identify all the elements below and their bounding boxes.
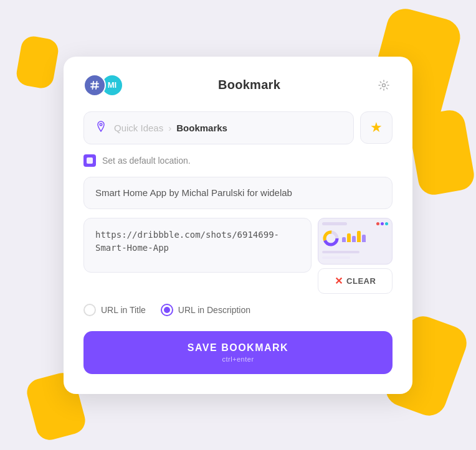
- preview-inner: [318, 218, 392, 264]
- avatars-group: MI: [83, 74, 123, 96]
- url-input[interactable]: https://dribbble.com/shots/6914699-Smart…: [95, 228, 300, 260]
- url-actions: ✕ CLEAR: [318, 218, 393, 294]
- title-input[interactable]: [95, 187, 381, 198]
- preview-chart-circle: [322, 230, 340, 247]
- clear-button[interactable]: ✕ CLEAR: [318, 268, 393, 294]
- save-bookmark-button[interactable]: SAVE BOOKMARK ctrl+enter: [83, 331, 393, 374]
- clear-x-icon: ✕: [335, 275, 343, 287]
- checkbox-row: Set as default location.: [83, 154, 393, 167]
- location-icon: [95, 121, 107, 135]
- breadcrumb-current: Bookmarks: [176, 123, 227, 133]
- card-header: MI Bookmark: [83, 74, 393, 96]
- radio-label-title: URL in Title: [101, 305, 146, 315]
- default-location-checkbox[interactable]: [83, 154, 96, 167]
- radio-label-desc: URL in Description: [178, 305, 250, 315]
- bookmark-card: MI Bookmark Quick Ideas › Bookmarks: [64, 57, 412, 394]
- bg-decoration-5: [15, 34, 60, 90]
- breadcrumb-path: Quick Ideas › Bookmarks: [114, 123, 227, 133]
- url-preview-thumbnail: [318, 218, 393, 265]
- url-input-box: https://dribbble.com/shots/6914699-Smart…: [83, 218, 312, 273]
- checkbox-label: Set as default location.: [102, 156, 191, 166]
- radio-inner-desc: [164, 307, 170, 313]
- radio-outer-desc: [161, 304, 173, 316]
- card-title: Bookmark: [218, 78, 280, 92]
- radio-url-description[interactable]: URL in Description: [161, 304, 250, 316]
- radio-url-title[interactable]: URL in Title: [83, 304, 146, 316]
- save-button-label: SAVE BOOKMARK: [188, 342, 288, 354]
- bg-decoration-2: [407, 108, 476, 197]
- gear-icon: [378, 79, 390, 91]
- svg-point-0: [383, 83, 386, 87]
- settings-button[interactable]: [375, 77, 393, 94]
- svg-point-1: [100, 123, 102, 126]
- radio-outer-title: [83, 304, 96, 316]
- save-button-hint: ctrl+enter: [222, 355, 254, 363]
- preview-bar-chart: [342, 230, 366, 242]
- breadcrumb-row: Quick Ideas › Bookmarks ★: [83, 111, 393, 144]
- radio-row: URL in Title URL in Description: [83, 304, 393, 316]
- breadcrumb-parent: Quick Ideas: [114, 123, 163, 133]
- avatar-hashtag: [83, 74, 106, 96]
- breadcrumb-box[interactable]: Quick Ideas › Bookmarks: [83, 111, 354, 144]
- clear-label: CLEAR: [346, 276, 376, 286]
- title-input-box: [83, 177, 393, 209]
- star-button[interactable]: ★: [360, 111, 393, 144]
- url-row: https://dribbble.com/shots/6914699-Smart…: [83, 218, 393, 294]
- breadcrumb-chevron: ›: [168, 123, 171, 133]
- star-icon: ★: [370, 120, 383, 136]
